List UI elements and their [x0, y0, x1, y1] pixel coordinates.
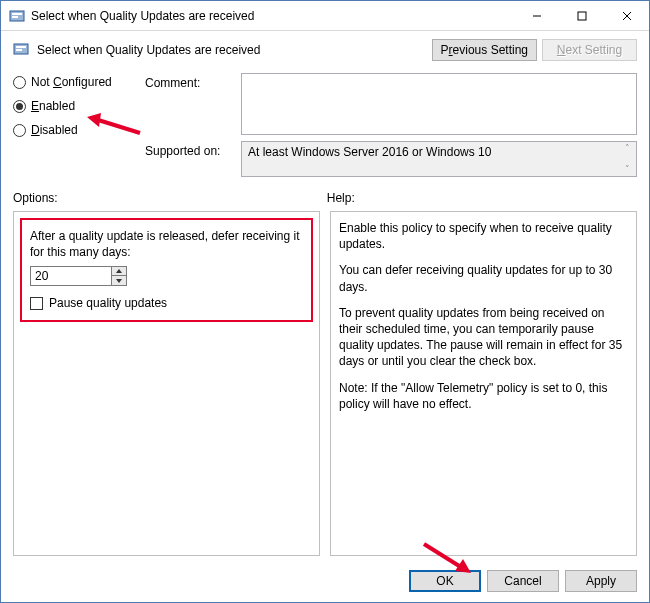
policy-icon — [9, 8, 25, 24]
ok-button[interactable]: OK — [409, 570, 481, 592]
policy-editor-window: Select when Quality Updates are received… — [0, 0, 650, 603]
defer-days-input[interactable] — [30, 266, 112, 286]
pause-updates-checkbox[interactable]: Pause quality updates — [30, 296, 303, 310]
options-panel: After a quality update is released, defe… — [13, 211, 320, 556]
supported-on-label: Supported on: — [145, 141, 241, 177]
svg-rect-4 — [578, 12, 586, 20]
policy-icon — [13, 41, 31, 59]
svg-marker-10 — [116, 269, 122, 273]
dialog-footer: OK Cancel Apply — [1, 564, 649, 602]
svg-rect-2 — [12, 16, 18, 18]
svg-rect-8 — [16, 46, 26, 48]
cancel-button[interactable]: Cancel — [487, 570, 559, 592]
radio-icon — [13, 124, 26, 137]
radio-icon — [13, 76, 26, 89]
svg-rect-9 — [16, 49, 22, 51]
defer-days-spinner[interactable] — [30, 266, 303, 286]
help-paragraph: To prevent quality updates from being re… — [339, 305, 628, 370]
spinner-buttons[interactable] — [112, 266, 127, 286]
help-paragraph: Note: If the "Allow Telemetry" policy is… — [339, 380, 628, 412]
help-heading: Help: — [319, 191, 637, 205]
svg-marker-11 — [116, 279, 122, 283]
radio-disabled[interactable]: Disabled — [13, 123, 145, 137]
spinner-up-icon[interactable] — [112, 267, 126, 276]
section-labels: Options: Help: — [1, 185, 649, 211]
previous-setting-button[interactable]: Previous Setting — [432, 39, 537, 61]
comment-label: Comment: — [145, 73, 241, 135]
radio-enabled[interactable]: Enabled — [13, 99, 145, 113]
minimize-button[interactable] — [514, 1, 559, 30]
options-heading: Options: — [13, 191, 319, 205]
defer-days-label: After a quality update is released, defe… — [30, 228, 303, 260]
help-panel: Enable this policy to specify when to re… — [330, 211, 637, 556]
spinner-down-icon[interactable] — [112, 276, 126, 285]
apply-button[interactable]: Apply — [565, 570, 637, 592]
comment-input[interactable] — [241, 73, 637, 135]
window-title: Select when Quality Updates are received — [31, 9, 514, 23]
form-column: Comment: Supported on: At least Windows … — [145, 73, 637, 183]
next-setting-button: Next Setting — [542, 39, 637, 61]
svg-rect-1 — [12, 13, 22, 15]
window-controls — [514, 1, 649, 30]
radio-label: Enabled — [31, 99, 75, 113]
policy-title: Select when Quality Updates are received — [37, 43, 427, 57]
radio-icon — [13, 100, 26, 113]
checkbox-icon — [30, 297, 43, 310]
supported-on-value: At least Windows Server 2016 or Windows … — [241, 141, 637, 177]
radio-not-configured[interactable]: Not Configured — [13, 75, 145, 89]
scroll-indicator-icon: ˄˅ — [620, 144, 634, 174]
upper-area: Not Configured Enabled Disabled Comment:… — [1, 65, 649, 185]
panels: After a quality update is released, defe… — [1, 211, 649, 564]
annotation-highlight: After a quality update is released, defe… — [20, 218, 313, 322]
titlebar: Select when Quality Updates are received — [1, 1, 649, 31]
close-button[interactable] — [604, 1, 649, 30]
maximize-button[interactable] — [559, 1, 604, 30]
radio-label: Disabled — [31, 123, 78, 137]
state-radio-group: Not Configured Enabled Disabled — [13, 73, 145, 183]
radio-label: Not Configured — [31, 75, 112, 89]
help-paragraph: You can defer receiving quality updates … — [339, 262, 628, 294]
help-paragraph: Enable this policy to specify when to re… — [339, 220, 628, 252]
header-row: Select when Quality Updates are received… — [1, 31, 649, 65]
pause-updates-label: Pause quality updates — [49, 296, 167, 310]
